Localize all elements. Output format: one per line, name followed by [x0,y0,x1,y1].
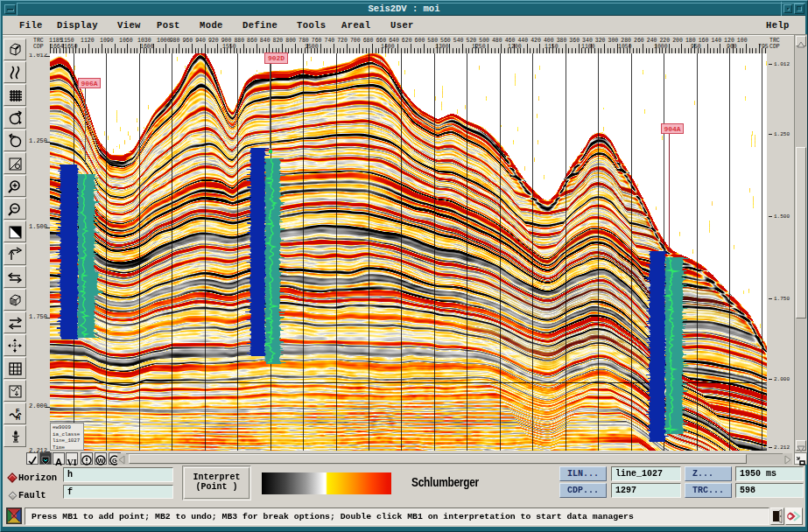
svg-text:F: F [16,408,20,414]
svg-text:H: H [16,415,20,421]
svg-text:W: W [97,457,104,465]
